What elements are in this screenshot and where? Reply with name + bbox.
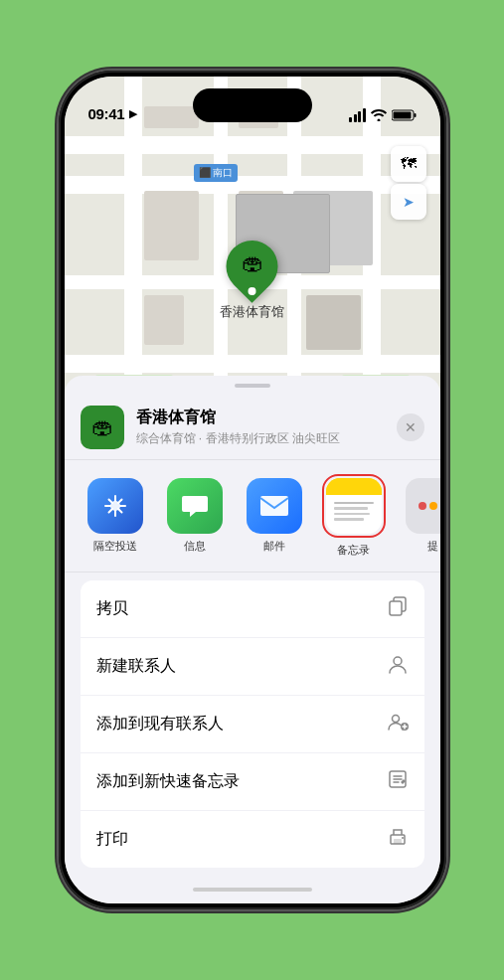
action-row-print[interactable]: 打印 (81, 811, 424, 868)
notes-icon (326, 478, 382, 534)
more-icon (406, 478, 440, 534)
share-label-more: 提 (427, 539, 438, 554)
signal-bars (349, 108, 366, 122)
map-type-icon: 🗺 (401, 155, 417, 173)
quick-note-icon (387, 768, 409, 795)
copy-icon (387, 595, 409, 622)
svg-point-8 (392, 716, 399, 723)
share-label-notes: 备忘录 (337, 543, 370, 558)
action-label-quick-note: 添加到新快速备忘录 (96, 771, 240, 792)
action-row-new-contact[interactable]: 新建联系人 (81, 638, 424, 696)
battery-icon (392, 109, 417, 121)
share-row: 隔空投送 信息 (65, 460, 440, 572)
wifi-icon (371, 109, 387, 121)
action-label-new-contact: 新建联系人 (96, 656, 176, 677)
action-row-add-existing-contact[interactable]: 添加到现有联系人 (81, 696, 424, 753)
share-item-mail[interactable]: 邮件 (240, 478, 309, 554)
svg-point-7 (394, 657, 402, 665)
venue-info: 香港体育馆 综合体育馆 · 香港特别行政区 油尖旺区 (136, 408, 385, 447)
venue-name: 香港体育馆 (136, 408, 385, 428)
action-label-print: 打印 (96, 829, 128, 850)
phone-frame: 09:41 ▶ (59, 71, 446, 909)
venue-icon: 🏟 (81, 406, 124, 449)
share-item-more[interactable]: 提 (399, 478, 440, 554)
map-type-button[interactable]: 🗺 (391, 146, 426, 182)
mail-icon (247, 478, 302, 534)
airdrop-icon (87, 478, 143, 534)
svg-point-13 (402, 837, 404, 839)
share-item-message[interactable]: 信息 (160, 478, 230, 554)
venue-subtitle: 综合体育馆 · 香港特别行政区 油尖旺区 (136, 430, 385, 447)
action-row-quick-note[interactable]: 添加到新快速备忘录 (81, 753, 424, 811)
new-contact-icon (387, 653, 409, 680)
svg-rect-6 (390, 601, 402, 615)
share-label-airdrop: 隔空投送 (93, 539, 137, 554)
south-gate-label: ⬛ 南口 (194, 164, 239, 182)
close-button[interactable]: ✕ (397, 413, 424, 441)
phone-screen: 09:41 ▶ (65, 77, 440, 903)
svg-rect-4 (260, 496, 288, 516)
action-label-add-existing: 添加到现有联系人 (96, 714, 224, 735)
svg-rect-2 (393, 112, 411, 119)
notes-highlight-border (322, 474, 386, 538)
share-label-message: 信息 (184, 539, 206, 554)
map-controls: 🗺 ➤ (391, 146, 426, 220)
action-label-copy: 拷贝 (96, 598, 128, 619)
status-icons (349, 108, 417, 122)
message-icon (167, 478, 223, 534)
marker-label: 香港体育馆 (220, 303, 284, 321)
home-bar (193, 888, 312, 892)
action-row-copy[interactable]: 拷贝 (81, 580, 424, 638)
add-existing-icon (387, 711, 409, 737)
bottom-sheet: 🏟 香港体育馆 综合体育馆 · 香港特别行政区 油尖旺区 ✕ (65, 376, 440, 903)
marker-emoji: 🏟 (242, 250, 263, 276)
share-label-mail: 邮件 (263, 539, 285, 554)
action-rows: 拷贝 新建联系人 (81, 580, 424, 868)
location-icon: ➤ (403, 194, 415, 210)
status-time: 09:41 (88, 105, 125, 122)
sheet-header: 🏟 香港体育馆 综合体育馆 · 香港特别行政区 油尖旺区 ✕ (65, 392, 440, 460)
dynamic-island (193, 88, 312, 122)
location-button[interactable]: ➤ (391, 184, 426, 220)
share-item-notes[interactable]: 备忘录 (319, 474, 389, 558)
map-marker[interactable]: 🏟 香港体育馆 (220, 236, 284, 321)
location-icon: ▶ (129, 107, 137, 120)
share-item-airdrop[interactable]: 隔空投送 (81, 478, 150, 554)
sheet-handle (235, 384, 270, 388)
home-indicator (65, 876, 440, 903)
svg-rect-12 (394, 839, 402, 844)
venue-emoji: 🏟 (91, 414, 113, 440)
print-icon (387, 826, 409, 853)
svg-rect-1 (414, 113, 416, 117)
